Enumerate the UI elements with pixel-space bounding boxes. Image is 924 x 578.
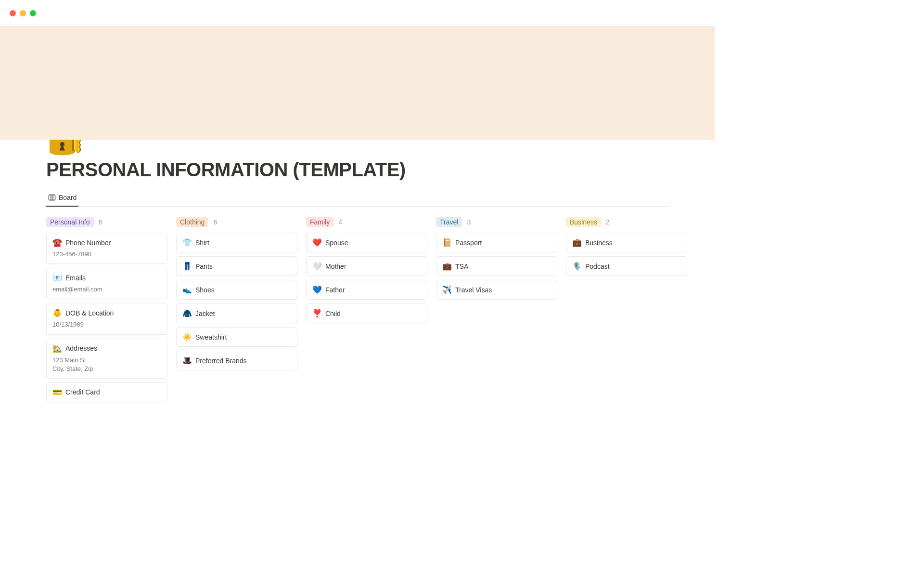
card-icon: 💙 bbox=[312, 285, 321, 294]
card-icon: 📔 bbox=[442, 238, 451, 247]
card-title-row: 🎙️Podcast bbox=[572, 262, 681, 271]
card-title: Jacket bbox=[195, 310, 215, 317]
column-count: 2 bbox=[606, 218, 610, 226]
card-title: Podcast bbox=[585, 263, 610, 270]
column-count: 4 bbox=[338, 218, 342, 226]
board-column: Travel3📔Passport💼TSA✈️Travel Visas bbox=[436, 217, 557, 303]
close-window-button[interactable] bbox=[10, 10, 16, 16]
board-view: Personal Info6☎️Phone Number123-456-7890… bbox=[46, 217, 669, 406]
card-icon: 🤍 bbox=[312, 262, 321, 271]
card-icon: 💳 bbox=[52, 388, 61, 397]
board-card[interactable]: ☎️Phone Number123-456-7890 bbox=[46, 233, 167, 264]
column-tag[interactable]: Business bbox=[566, 217, 601, 227]
card-title-row: ✈️Travel Visas bbox=[442, 285, 551, 294]
board-card[interactable]: 🎙️Podcast bbox=[566, 256, 687, 276]
card-title: Passport bbox=[455, 239, 482, 247]
card-title-row: 🤍Mother bbox=[312, 262, 421, 271]
card-icon: 📧 bbox=[52, 273, 61, 282]
column-count: 6 bbox=[99, 218, 103, 226]
column-header[interactable]: Clothing6 bbox=[176, 217, 297, 227]
card-title: Shirt bbox=[195, 239, 209, 247]
card-title-row: 👖Pants bbox=[182, 262, 291, 271]
minimize-window-button[interactable] bbox=[20, 10, 26, 16]
card-title-row: 🧥Jacket bbox=[182, 309, 291, 318]
board-card[interactable]: 👶DOB & Location10/13/1989 bbox=[46, 303, 167, 334]
board-card[interactable]: 💳Credit Card bbox=[46, 382, 167, 402]
board-card[interactable]: 🏡Addresses123 Main StCity, State, Zip bbox=[46, 339, 167, 379]
card-icon: 👕 bbox=[182, 238, 191, 247]
card-title-row: ☀️Sweatshirt bbox=[182, 332, 291, 342]
board-card[interactable]: 👕Shirt bbox=[176, 233, 297, 252]
column-tag[interactable]: Personal Info bbox=[46, 217, 94, 227]
card-icon: ✈️ bbox=[442, 285, 451, 294]
board-card[interactable]: 👖Pants bbox=[176, 256, 297, 276]
page-title[interactable]: PERSONAL INFORMATION (TEMPLATE) bbox=[46, 159, 669, 181]
card-icon: 🏡 bbox=[52, 344, 61, 353]
board-card[interactable]: 🤍Mother bbox=[306, 256, 427, 276]
board-card[interactable]: 📧Emailsemail@email.com bbox=[46, 268, 167, 299]
card-icon: 🎩 bbox=[182, 356, 191, 365]
column-header[interactable]: Personal Info6 bbox=[46, 217, 167, 227]
svg-rect-0 bbox=[49, 195, 55, 200]
column-tag[interactable]: Travel bbox=[436, 217, 462, 227]
card-title: Child bbox=[325, 310, 341, 317]
card-title: Spouse bbox=[325, 239, 348, 247]
column-count: 3 bbox=[467, 218, 471, 226]
window-title-bar bbox=[0, 0, 715, 26]
card-title: Business bbox=[585, 239, 613, 247]
card-title: Pants bbox=[195, 263, 213, 270]
board-card[interactable]: 💙Father bbox=[306, 280, 427, 300]
card-icon: 👟 bbox=[182, 285, 191, 294]
card-title: TSA bbox=[455, 263, 468, 270]
card-title: Phone Number bbox=[65, 239, 111, 247]
card-icon: ❣️ bbox=[312, 309, 321, 318]
card-icon: ❤️ bbox=[312, 238, 321, 247]
card-subtext: 123 Main StCity, State, Zip bbox=[52, 356, 161, 373]
board-card[interactable]: 📔Passport bbox=[436, 233, 557, 252]
card-title-row: 💼Business bbox=[572, 238, 681, 247]
card-title-row: ❤️Spouse bbox=[312, 238, 421, 247]
column-tag[interactable]: Family bbox=[306, 217, 334, 227]
card-title: Credit Card bbox=[65, 388, 100, 396]
card-subtext: 123-456-7890 bbox=[52, 250, 161, 259]
board-card[interactable]: ❣️Child bbox=[306, 303, 427, 323]
board-card[interactable]: 🎩Preferred Brands bbox=[176, 351, 297, 370]
board-card[interactable]: 💼TSA bbox=[436, 256, 557, 276]
card-icon: 👶 bbox=[52, 308, 61, 317]
card-title-row: 🎩Preferred Brands bbox=[182, 356, 291, 365]
page-cover[interactable] bbox=[0, 26, 715, 140]
column-count: 6 bbox=[213, 218, 217, 226]
column-header[interactable]: Business2 bbox=[566, 217, 687, 227]
board-column: Business2💼Business🎙️Podcast bbox=[566, 217, 687, 280]
board-card[interactable]: ☀️Sweatshirt bbox=[176, 327, 297, 347]
card-icon: 👖 bbox=[182, 262, 191, 271]
card-title-row: 📧Emails bbox=[52, 273, 161, 282]
board-card[interactable]: ❤️Spouse bbox=[306, 233, 427, 252]
board-card[interactable]: 👟Shoes bbox=[176, 280, 297, 300]
column-header[interactable]: Travel3 bbox=[436, 217, 557, 227]
card-title-row: 🏡Addresses bbox=[52, 344, 161, 353]
card-icon: 🧥 bbox=[182, 309, 191, 318]
card-title: Emails bbox=[65, 274, 86, 282]
board-card[interactable]: 💼Business bbox=[566, 233, 687, 252]
tab-board[interactable]: Board bbox=[46, 190, 78, 207]
board-column: Clothing6👕Shirt👖Pants👟Shoes🧥Jacket☀️Swea… bbox=[176, 217, 297, 374]
card-title: Shoes bbox=[195, 286, 215, 294]
card-title: Addresses bbox=[65, 344, 97, 352]
column-header[interactable]: Family4 bbox=[306, 217, 427, 227]
card-title-row: ☎️Phone Number bbox=[52, 238, 161, 247]
board-card[interactable]: ✈️Travel Visas bbox=[436, 280, 557, 300]
tab-board-label: Board bbox=[59, 194, 77, 201]
column-tag[interactable]: Clothing bbox=[176, 217, 208, 227]
board-column: Personal Info6☎️Phone Number123-456-7890… bbox=[46, 217, 167, 406]
card-subtext: email@email.com bbox=[52, 285, 161, 294]
card-subtext: 10/13/1989 bbox=[52, 320, 161, 329]
maximize-window-button[interactable] bbox=[30, 10, 36, 16]
board-card[interactable]: 🧥Jacket bbox=[176, 303, 297, 323]
card-title-row: 📔Passport bbox=[442, 238, 551, 247]
card-title-row: 👟Shoes bbox=[182, 285, 291, 294]
card-title-row: 💼TSA bbox=[442, 262, 551, 271]
card-icon: 🎙️ bbox=[572, 262, 581, 271]
card-title: Father bbox=[325, 286, 345, 294]
card-icon: 💼 bbox=[572, 238, 581, 247]
